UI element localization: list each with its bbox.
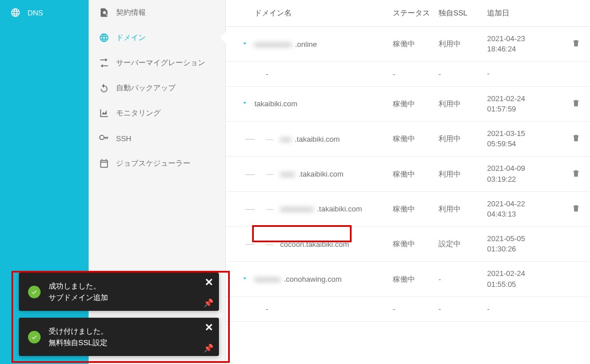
backup-icon bbox=[99, 83, 109, 93]
date-cell: 2021-02-2401:57:59 bbox=[487, 94, 561, 114]
tree-dash-icon: — bbox=[246, 134, 255, 143]
trash-icon[interactable] bbox=[572, 169, 580, 179]
ssl-cell: - bbox=[438, 275, 487, 283]
domain-name: .takaibiki.com bbox=[317, 205, 362, 213]
status-cell: 稼働中 bbox=[393, 134, 438, 144]
date-cell: 2021-03-1505:59:54 bbox=[487, 129, 561, 149]
redacted-text: xxxxxxxxxx bbox=[254, 40, 292, 49]
table-row[interactable]: ——xxx.takaibiki.com稼働中利用中2021-03-1505:59… bbox=[226, 122, 590, 157]
status-cell: 稼働中 bbox=[393, 39, 438, 49]
close-icon[interactable]: ✕ bbox=[205, 276, 213, 289]
trash-icon[interactable] bbox=[572, 39, 580, 49]
status-cell: 稼働中 bbox=[393, 169, 438, 179]
sub-item-domain[interactable]: ドメイン bbox=[89, 25, 225, 50]
sub-item-migration[interactable]: サーバーマイグレーション bbox=[89, 50, 225, 75]
toast-message: 成功しました。 サブドメイン追加 bbox=[49, 281, 108, 303]
domain-cell: - bbox=[254, 305, 393, 313]
header-date: 追加日 bbox=[487, 8, 561, 18]
migration-icon bbox=[99, 58, 109, 68]
sub-item-label: ジョブスケジューラー bbox=[116, 158, 190, 169]
table-row[interactable]: ——xxxxxxxxx.takaibiki.com稼働中利用中2021-04-2… bbox=[226, 192, 590, 227]
domain-cell: - bbox=[254, 70, 393, 78]
delete-cell[interactable] bbox=[561, 169, 590, 179]
trash-icon[interactable] bbox=[572, 99, 580, 109]
domain-name: .conohawing.com bbox=[284, 275, 342, 283]
domain-cell: —xxxx.takaibiki.com bbox=[254, 170, 393, 178]
toast-area: 成功しました。 サブドメイン追加 ✕ 📌 受け付けました。 無料独自SSL設定 … bbox=[19, 273, 219, 356]
key-icon bbox=[99, 133, 109, 143]
domain-cell: —cocoon.takaibiki.com bbox=[254, 240, 393, 249]
domain-name: .takaibiki.com bbox=[298, 170, 344, 178]
ssl-cell: 利用中 bbox=[438, 204, 487, 214]
delete-cell[interactable] bbox=[561, 134, 590, 144]
sub-item-label: サーバーマイグレーション bbox=[116, 58, 205, 68]
table-row[interactable]: ---- bbox=[226, 62, 590, 86]
sub-item-scheduler[interactable]: ジョブスケジューラー bbox=[89, 151, 225, 176]
chevron-down-icon[interactable] bbox=[241, 39, 249, 49]
sub-item-ssh[interactable]: SSH bbox=[89, 126, 225, 151]
table-row[interactable]: xxxxxxx.conohawing.com稼働中-2021-02-2401:5… bbox=[226, 262, 590, 297]
table-row[interactable]: ——xxxx.takaibiki.com稼働中利用中2021-04-0903:1… bbox=[226, 157, 590, 191]
trash-icon[interactable] bbox=[572, 134, 580, 144]
redacted-text: xxx bbox=[280, 135, 292, 143]
table-row[interactable]: ---- bbox=[226, 297, 590, 322]
tree-dash-icon: — bbox=[266, 170, 273, 178]
sub-item-backup[interactable]: 自動バックアップ bbox=[89, 75, 225, 101]
domain-cell: —xxxxxxxxx.takaibiki.com bbox=[254, 205, 393, 213]
date-cell: 2021-04-0903:19:22 bbox=[487, 163, 561, 184]
ssl-cell: - bbox=[438, 70, 487, 78]
domain-cell: xxxxxxx.conohawing.com bbox=[254, 275, 393, 283]
date-cell: 2021-02-2401:55:05 bbox=[487, 269, 561, 289]
sub-item-label: 自動バックアップ bbox=[116, 83, 176, 93]
status-cell: 稼働中 bbox=[393, 239, 438, 249]
domain-name: takaibiki.com bbox=[254, 99, 297, 108]
date-cell: - bbox=[487, 69, 561, 79]
main-content: ドメイン名 ステータス 独自SSL 追加日 xxxxxxxxxx.online稼… bbox=[226, 0, 590, 364]
status-cell: 稼働中 bbox=[393, 204, 438, 214]
header-domain: ドメイン名 bbox=[254, 8, 393, 18]
chevron-down-icon[interactable] bbox=[241, 274, 249, 284]
sub-item-label: ドメイン bbox=[116, 33, 146, 43]
delete-cell[interactable] bbox=[561, 39, 590, 49]
sub-item-label: SSH bbox=[116, 134, 131, 143]
date-cell: 2021-04-2318:46:24 bbox=[487, 34, 561, 54]
ssl-cell: 利用中 bbox=[438, 99, 487, 109]
domain-cell: takaibiki.com bbox=[254, 99, 393, 108]
pin-icon[interactable]: 📌 bbox=[204, 343, 213, 353]
tree-dash-icon: — bbox=[266, 240, 273, 249]
table-row[interactable]: xxxxxxxxxx.online稼働中利用中2021-04-2318:46:2… bbox=[226, 27, 590, 62]
delete-cell[interactable] bbox=[561, 99, 590, 109]
pin-icon[interactable]: 📌 bbox=[204, 298, 213, 307]
table-row[interactable]: takaibiki.com稼働中利用中2021-02-2401:57:59 bbox=[226, 87, 590, 122]
sub-item-label: モニタリング bbox=[116, 108, 161, 118]
domain-name: cocoon.takaibiki.com bbox=[280, 240, 349, 249]
sub-item-label: 契約情報 bbox=[116, 7, 146, 18]
toast-success: 成功しました。 サブドメイン追加 ✕ 📌 bbox=[19, 273, 219, 311]
header-status: ステータス bbox=[393, 8, 438, 18]
ssl-cell: 利用中 bbox=[438, 134, 487, 144]
tree-dash-icon: — bbox=[246, 205, 255, 214]
ssl-cell: - bbox=[438, 305, 487, 313]
monitoring-icon bbox=[99, 108, 109, 118]
domain-name: .online bbox=[295, 40, 317, 49]
domain-cell: xxxxxxxxxx.online bbox=[254, 40, 393, 49]
redacted-text: xxxx bbox=[280, 170, 295, 178]
sub-item-contract[interactable]: 契約情報 bbox=[89, 0, 225, 25]
close-icon[interactable]: ✕ bbox=[205, 321, 213, 334]
delete-cell[interactable] bbox=[561, 204, 590, 214]
domain-cell: —xxx.takaibiki.com bbox=[254, 135, 393, 143]
domain-name: .takaibiki.com bbox=[295, 135, 340, 143]
ssl-cell: 利用中 bbox=[438, 169, 487, 179]
globe-icon bbox=[10, 7, 21, 18]
status-cell: 稼働中 bbox=[393, 274, 438, 285]
table-row[interactable]: ——cocoon.takaibiki.com稼働中設定中2021-05-0501… bbox=[226, 227, 590, 262]
status-cell: - bbox=[393, 305, 438, 313]
header-ssl: 独自SSL bbox=[438, 8, 487, 18]
nav-item-label: DNS bbox=[27, 9, 43, 17]
chevron-down-icon[interactable] bbox=[241, 99, 249, 109]
ssl-cell: 利用中 bbox=[438, 39, 487, 49]
sub-item-monitoring[interactable]: モニタリング bbox=[89, 101, 225, 126]
trash-icon[interactable] bbox=[572, 204, 580, 214]
nav-item-dns[interactable]: DNS bbox=[0, 0, 89, 25]
redacted-text: xxxxxxxxx bbox=[280, 205, 314, 213]
